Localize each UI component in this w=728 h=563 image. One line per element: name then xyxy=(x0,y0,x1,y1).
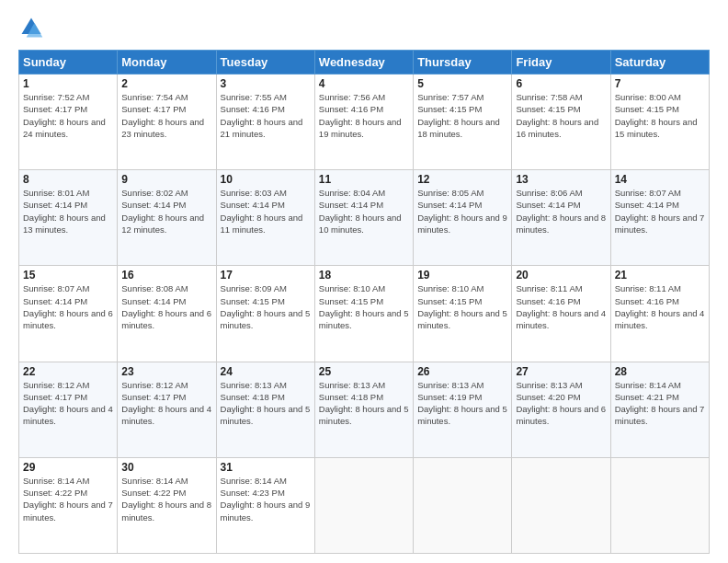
day-number: 1 xyxy=(23,77,113,90)
calendar-cell: 15Sunrise: 8:07 AMSunset: 4:14 PMDayligh… xyxy=(19,266,118,362)
day-number: 15 xyxy=(23,269,113,282)
day-number: 8 xyxy=(23,173,113,186)
calendar-cell: 12Sunrise: 8:05 AMSunset: 4:14 PMDayligh… xyxy=(414,170,512,266)
calendar-cell: 23Sunrise: 8:12 AMSunset: 4:17 PMDayligh… xyxy=(118,362,216,457)
calendar-cell: 13Sunrise: 8:06 AMSunset: 4:14 PMDayligh… xyxy=(512,170,610,266)
calendar-cell: 9Sunrise: 8:02 AMSunset: 4:14 PMDaylight… xyxy=(118,170,216,266)
day-number: 30 xyxy=(121,461,211,474)
col-monday: Monday xyxy=(118,51,216,75)
calendar-cell: 2Sunrise: 7:54 AMSunset: 4:17 PMDaylight… xyxy=(118,75,216,170)
calendar-cell: 19Sunrise: 8:10 AMSunset: 4:15 PMDayligh… xyxy=(414,266,512,362)
calendar-cell: 21Sunrise: 8:11 AMSunset: 4:16 PMDayligh… xyxy=(610,266,709,362)
calendar-cell: 4Sunrise: 7:56 AMSunset: 4:16 PMDaylight… xyxy=(314,75,413,170)
day-number: 5 xyxy=(417,77,507,90)
calendar-cell: 20Sunrise: 8:11 AMSunset: 4:16 PMDayligh… xyxy=(512,266,610,362)
col-sunday: Sunday xyxy=(19,51,118,75)
day-number: 4 xyxy=(319,77,409,90)
day-info: Sunrise: 8:07 AMSunset: 4:14 PMDaylight:… xyxy=(615,188,705,235)
calendar-cell: 31Sunrise: 8:14 AMSunset: 4:23 PMDayligh… xyxy=(216,457,314,553)
day-info: Sunrise: 8:14 AMSunset: 4:22 PMDaylight:… xyxy=(121,476,211,523)
calendar-cell: 3Sunrise: 7:55 AMSunset: 4:16 PMDaylight… xyxy=(216,75,314,170)
day-number: 10 xyxy=(221,173,311,186)
calendar-cell: 16Sunrise: 8:08 AMSunset: 4:14 PMDayligh… xyxy=(118,266,216,362)
day-number: 20 xyxy=(516,269,606,282)
header xyxy=(18,15,710,40)
calendar-cell: 30Sunrise: 8:14 AMSunset: 4:22 PMDayligh… xyxy=(118,457,216,553)
day-info: Sunrise: 7:56 AMSunset: 4:16 PMDaylight:… xyxy=(319,92,402,139)
day-number: 28 xyxy=(615,365,705,378)
page: Sunday Monday Tuesday Wednesday Thursday… xyxy=(0,0,728,563)
day-number: 11 xyxy=(319,173,409,186)
logo xyxy=(18,15,48,40)
calendar-cell: 26Sunrise: 8:13 AMSunset: 4:19 PMDayligh… xyxy=(414,362,512,457)
calendar-cell xyxy=(414,457,512,553)
calendar-cell: 22Sunrise: 8:12 AMSunset: 4:17 PMDayligh… xyxy=(19,362,118,457)
day-number: 13 xyxy=(516,173,606,186)
day-number: 3 xyxy=(221,77,311,90)
calendar-cell xyxy=(314,457,413,553)
day-number: 23 xyxy=(121,365,211,378)
day-info: Sunrise: 8:14 AMSunset: 4:23 PMDaylight:… xyxy=(221,476,311,523)
day-info: Sunrise: 8:06 AMSunset: 4:14 PMDaylight:… xyxy=(516,188,606,235)
day-info: Sunrise: 7:57 AMSunset: 4:15 PMDaylight:… xyxy=(417,92,500,139)
day-info: Sunrise: 8:08 AMSunset: 4:14 PMDaylight:… xyxy=(121,283,211,330)
day-info: Sunrise: 8:09 AMSunset: 4:15 PMDaylight:… xyxy=(221,283,311,330)
day-info: Sunrise: 8:01 AMSunset: 4:14 PMDaylight:… xyxy=(23,188,106,235)
day-info: Sunrise: 8:12 AMSunset: 4:17 PMDaylight:… xyxy=(23,380,113,427)
calendar-cell: 25Sunrise: 8:13 AMSunset: 4:18 PMDayligh… xyxy=(314,362,413,457)
calendar-cell: 7Sunrise: 8:00 AMSunset: 4:15 PMDaylight… xyxy=(610,75,709,170)
day-number: 9 xyxy=(121,173,211,186)
day-number: 16 xyxy=(121,269,211,282)
calendar-cell: 11Sunrise: 8:04 AMSunset: 4:14 PMDayligh… xyxy=(314,170,413,266)
day-info: Sunrise: 8:14 AMSunset: 4:21 PMDaylight:… xyxy=(615,380,705,427)
day-info: Sunrise: 8:12 AMSunset: 4:17 PMDaylight:… xyxy=(121,380,211,427)
day-number: 18 xyxy=(319,269,409,282)
day-info: Sunrise: 8:00 AMSunset: 4:15 PMDaylight:… xyxy=(615,92,698,139)
day-info: Sunrise: 8:13 AMSunset: 4:18 PMDaylight:… xyxy=(319,380,409,427)
calendar-cell xyxy=(610,457,709,553)
day-number: 31 xyxy=(221,461,311,474)
day-header-row: Sunday Monday Tuesday Wednesday Thursday… xyxy=(19,51,710,75)
day-number: 21 xyxy=(615,269,705,282)
calendar-week-5: 29Sunrise: 8:14 AMSunset: 4:22 PMDayligh… xyxy=(19,457,710,553)
day-info: Sunrise: 8:11 AMSunset: 4:16 PMDaylight:… xyxy=(516,283,606,330)
day-number: 29 xyxy=(23,461,113,474)
day-info: Sunrise: 7:58 AMSunset: 4:15 PMDaylight:… xyxy=(516,92,598,139)
day-number: 14 xyxy=(615,173,705,186)
col-saturday: Saturday xyxy=(610,51,709,75)
day-info: Sunrise: 7:55 AMSunset: 4:16 PMDaylight:… xyxy=(221,92,303,139)
day-number: 19 xyxy=(417,269,507,282)
day-info: Sunrise: 8:14 AMSunset: 4:22 PMDaylight:… xyxy=(23,476,113,523)
calendar-week-1: 1Sunrise: 7:52 AMSunset: 4:17 PMDaylight… xyxy=(19,75,710,170)
calendar-cell: 18Sunrise: 8:10 AMSunset: 4:15 PMDayligh… xyxy=(314,266,413,362)
calendar-cell: 17Sunrise: 8:09 AMSunset: 4:15 PMDayligh… xyxy=(216,266,314,362)
day-info: Sunrise: 8:10 AMSunset: 4:15 PMDaylight:… xyxy=(417,283,507,330)
day-number: 2 xyxy=(121,77,211,90)
day-number: 6 xyxy=(516,77,606,90)
day-info: Sunrise: 7:54 AMSunset: 4:17 PMDaylight:… xyxy=(121,92,204,139)
col-thursday: Thursday xyxy=(414,51,512,75)
day-info: Sunrise: 8:11 AMSunset: 4:16 PMDaylight:… xyxy=(615,283,705,330)
day-info: Sunrise: 8:07 AMSunset: 4:14 PMDaylight:… xyxy=(23,283,113,330)
calendar-cell: 24Sunrise: 8:13 AMSunset: 4:18 PMDayligh… xyxy=(216,362,314,457)
calendar-cell: 1Sunrise: 7:52 AMSunset: 4:17 PMDaylight… xyxy=(19,75,118,170)
calendar-week-4: 22Sunrise: 8:12 AMSunset: 4:17 PMDayligh… xyxy=(19,362,710,457)
day-info: Sunrise: 8:02 AMSunset: 4:14 PMDaylight:… xyxy=(121,188,204,235)
day-number: 24 xyxy=(221,365,311,378)
calendar: Sunday Monday Tuesday Wednesday Thursday… xyxy=(18,50,710,554)
day-number: 22 xyxy=(23,365,113,378)
calendar-cell: 27Sunrise: 8:13 AMSunset: 4:20 PMDayligh… xyxy=(512,362,610,457)
day-number: 26 xyxy=(417,365,507,378)
col-wednesday: Wednesday xyxy=(314,51,413,75)
day-info: Sunrise: 7:52 AMSunset: 4:17 PMDaylight:… xyxy=(23,92,106,139)
calendar-cell: 10Sunrise: 8:03 AMSunset: 4:14 PMDayligh… xyxy=(216,170,314,266)
logo-icon xyxy=(18,15,44,40)
day-info: Sunrise: 8:13 AMSunset: 4:19 PMDaylight:… xyxy=(417,380,507,427)
day-info: Sunrise: 8:13 AMSunset: 4:18 PMDaylight:… xyxy=(221,380,311,427)
calendar-body: 1Sunrise: 7:52 AMSunset: 4:17 PMDaylight… xyxy=(19,75,710,554)
calendar-cell xyxy=(512,457,610,553)
day-number: 7 xyxy=(615,77,705,90)
day-info: Sunrise: 8:05 AMSunset: 4:14 PMDaylight:… xyxy=(417,188,507,235)
day-info: Sunrise: 8:04 AMSunset: 4:14 PMDaylight:… xyxy=(319,188,402,235)
calendar-cell: 8Sunrise: 8:01 AMSunset: 4:14 PMDaylight… xyxy=(19,170,118,266)
